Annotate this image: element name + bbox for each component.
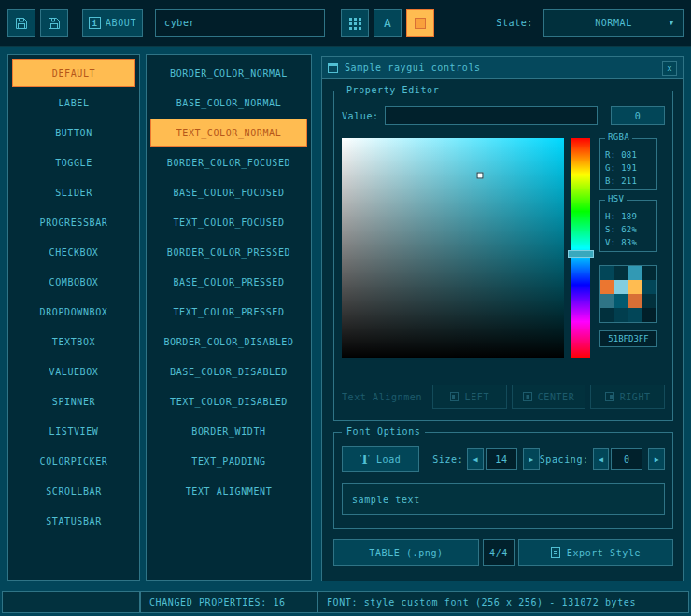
sample-text: sample text (352, 495, 420, 505)
controls-list-item[interactable]: SLIDER (12, 178, 135, 206)
palette-swatch[interactable] (642, 294, 656, 308)
palette-swatch[interactable] (642, 308, 656, 322)
align-center-button[interactable]: CENTER (512, 385, 586, 409)
properties-list-item[interactable]: BORDER_WIDTH (150, 417, 307, 445)
controls-list-item[interactable]: STATUSBAR (12, 507, 135, 535)
align-button-label: CENTER (538, 392, 575, 402)
palette-swatch[interactable] (614, 308, 628, 322)
controls-list-item[interactable]: BUTTON (12, 119, 135, 147)
controls-list-item[interactable]: PROGRESSBAR (12, 208, 135, 236)
hex-color-box[interactable]: 51BFD3FF (599, 330, 657, 347)
align-button-label: LEFT (465, 392, 489, 402)
window-footer: TABLE (.png) 4/4 Export Style (333, 539, 673, 566)
alignment-buttons: LEFTCENTERRIGHT (432, 385, 665, 409)
palette-swatch[interactable] (600, 280, 614, 294)
changed-properties-text: CHANGED PROPERTIES: 16 (149, 597, 286, 608)
palette-swatch[interactable] (614, 294, 628, 308)
spacing-value-box[interactable]: 0 (611, 448, 642, 470)
property-editor-group: Property Editor Value: 0 RGBA (333, 91, 673, 421)
properties-list-item[interactable]: BASE_COLOR_DISABLED (150, 357, 307, 385)
controls-list-item[interactable]: DROPDOWNBOX (12, 298, 135, 326)
palette-swatch[interactable] (614, 280, 628, 294)
spacing-decrease-button[interactable]: ◀ (593, 448, 610, 470)
align-left-button[interactable]: LEFT (432, 385, 507, 409)
controls-list-item[interactable]: VALUEBOX (12, 357, 135, 385)
palette-swatch[interactable] (642, 280, 656, 294)
properties-list-item[interactable]: BORDER_COLOR_PRESSED (150, 238, 307, 266)
controls-list-item[interactable]: SCROLLBAR (12, 477, 135, 505)
size-value: 14 (495, 455, 507, 465)
properties-list-item[interactable]: BORDER_COLOR_FOCUSED (150, 148, 307, 176)
style-color-button[interactable] (406, 9, 434, 37)
rgba-g: G: 191 (605, 161, 652, 175)
state-dropdown[interactable]: NORMAL ▼ (543, 9, 684, 37)
properties-list-item[interactable]: TEXT_ALIGNMENT (150, 477, 307, 505)
close-icon[interactable]: x (662, 61, 677, 76)
palette-swatch[interactable] (600, 294, 614, 308)
controls-list-item[interactable]: SPINNER (12, 387, 135, 415)
value-input[interactable] (385, 106, 598, 125)
style-palette (599, 265, 657, 323)
color-readouts: RGBA R: 081 G: 191 B: 211 HSV H: 189 S: … (599, 138, 657, 358)
sample-text-box[interactable]: sample text (342, 483, 665, 515)
properties-list-item[interactable]: TEXT_COLOR_PRESSED (150, 298, 307, 326)
palette-swatch[interactable] (628, 294, 642, 308)
properties-list-item[interactable]: BASE_COLOR_PRESSED (150, 268, 307, 296)
properties-list-item[interactable]: BORDER_COLOR_DISABLED (150, 328, 307, 356)
property-editor-label: Property Editor (342, 85, 444, 95)
palette-swatch[interactable] (642, 266, 656, 280)
properties-list-item[interactable]: BASE_COLOR_FOCUSED (150, 178, 307, 206)
palette-swatch[interactable] (628, 266, 642, 280)
properties-list-item[interactable]: TEXT_PADDING (150, 447, 307, 475)
palette-swatch[interactable] (600, 266, 614, 280)
hue-slider-handle[interactable] (568, 250, 594, 258)
palette-swatch[interactable] (600, 308, 614, 322)
about-button-label: ABOUT (106, 18, 136, 28)
load-font-button[interactable]: T Load (342, 446, 419, 472)
hsv-v: V: 83% (605, 236, 652, 249)
palette-swatch[interactable] (628, 280, 642, 294)
font-atlas-button[interactable]: A (374, 9, 402, 37)
controls-list-item[interactable]: LISTVIEW (12, 417, 135, 445)
table-png-button[interactable]: TABLE (.png) (333, 539, 479, 566)
color-panel[interactable] (342, 138, 564, 358)
text-alignment-label: Text Alignmen (342, 392, 428, 402)
palette-swatch[interactable] (628, 308, 642, 322)
color-panel-marker[interactable] (476, 173, 483, 179)
value-box[interactable]: 0 (611, 106, 665, 125)
controls-list-item[interactable]: COMBOBOX (12, 268, 135, 296)
window-titlebar[interactable]: Sample raygui controls x (322, 57, 683, 79)
palette-swatch[interactable] (614, 266, 628, 280)
statusbar-changed-properties: CHANGED PROPERTIES: 16 (140, 591, 317, 613)
size-increase-button[interactable]: ▶ (523, 448, 540, 470)
controls-list-item[interactable]: TEXTBOX (12, 328, 135, 356)
spacing-increase-button[interactable]: ▶ (648, 448, 665, 470)
size-decrease-button[interactable]: ◀ (467, 448, 484, 470)
font-options-group: Font Options T Load Size: ◀ 14 ▶ Spacing… (333, 432, 673, 529)
controls-list-item[interactable]: COLORPICKER (12, 447, 135, 475)
properties-list-item[interactable]: TEXT_COLOR_FOCUSED (150, 208, 307, 236)
about-button[interactable]: i ABOUT (82, 9, 143, 37)
hsv-s: S: 62% (605, 223, 652, 236)
export-style-button[interactable]: Export Style (518, 539, 673, 566)
properties-list-item[interactable]: BASE_COLOR_NORMAL (150, 89, 307, 117)
style-name-input[interactable] (155, 9, 325, 37)
style-table-button[interactable] (341, 9, 369, 37)
save-style-as-button[interactable] (40, 9, 68, 37)
properties-list-item[interactable]: TEXT_COLOR_NORMAL (150, 119, 307, 147)
spacing-label: Spacing: (540, 455, 589, 465)
properties-list-item[interactable]: BORDER_COLOR_NORMAL (150, 59, 307, 87)
properties-list-item[interactable]: TEXT_COLOR_DISABLED (150, 387, 307, 415)
controls-list-item[interactable]: LABEL (12, 89, 135, 117)
font-a-icon: A (384, 16, 391, 30)
save-style-button[interactable] (7, 9, 35, 37)
rgba-group: RGBA R: 081 G: 191 B: 211 (599, 138, 657, 190)
controls-list-item[interactable]: DEFAULT (12, 59, 135, 87)
window-title: Sample raygui controls (345, 63, 481, 73)
size-value-box[interactable]: 14 (486, 448, 517, 470)
load-font-label: Load (376, 455, 401, 465)
hue-bar[interactable] (571, 138, 590, 358)
controls-list-item[interactable]: TOGGLE (12, 148, 135, 176)
controls-list-item[interactable]: CHECKBOX (12, 238, 135, 266)
align-right-button[interactable]: RIGHT (590, 385, 665, 409)
